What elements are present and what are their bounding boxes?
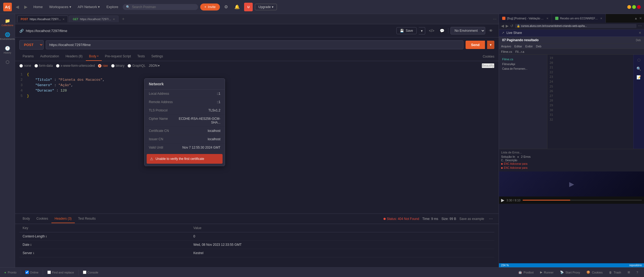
browser-tab-bug-close[interactable]: ✕ bbox=[546, 17, 548, 20]
browser-back-button[interactable]: ◀ bbox=[501, 24, 504, 28]
tab-post-filme[interactable]: POST https://localhost:7297/... ✕ bbox=[17, 16, 68, 22]
find-replace-label[interactable]: Find and replace bbox=[47, 271, 74, 274]
browser-refresh-button[interactable]: ↺ bbox=[510, 24, 513, 28]
option-raw[interactable]: raw bbox=[98, 64, 108, 68]
option-binary[interactable]: binary bbox=[111, 64, 125, 68]
api-network-nav[interactable]: API Network ▾ bbox=[76, 4, 102, 10]
tab-get-close-button[interactable]: ✕ bbox=[113, 18, 115, 21]
notifications-button[interactable]: 🔔 bbox=[232, 3, 242, 10]
tree-filme-cs[interactable]: Filme.cs bbox=[501, 57, 545, 62]
sidebar-item-collections[interactable]: 📁 Collections bbox=[1, 16, 14, 29]
start-proxy-button[interactable]: 📡 Start Proxy bbox=[558, 270, 582, 275]
filmesapi-tab[interactable]: Fil...r.a bbox=[515, 50, 524, 53]
sidebar-item-environments[interactable]: 🌐 Environments bbox=[1, 30, 14, 43]
sidebar-item-history[interactable]: 🕐 History bbox=[1, 44, 14, 56]
search-input[interactable] bbox=[132, 5, 186, 9]
vscode-editor[interactable]: 1920212223242526272829303132 bbox=[547, 55, 633, 149]
resp-tab-body[interactable]: Body bbox=[19, 215, 33, 223]
info-icon-date[interactable]: ℹ bbox=[30, 243, 31, 246]
tab-get[interactable]: GET https://localhost:7297/... ✕ bbox=[69, 16, 118, 22]
option-urlencoded[interactable]: x-www-form-urlencoded bbox=[56, 64, 95, 68]
tab-tests[interactable]: Tests bbox=[134, 52, 148, 61]
tree-filmes-api[interactable]: FilmesApi bbox=[501, 62, 545, 66]
save-button[interactable]: 💾 Save bbox=[396, 27, 416, 34]
tab-authorization[interactable]: Authorization bbox=[37, 52, 62, 61]
find-replace-checkbox[interactable] bbox=[47, 271, 51, 274]
right-sidebar-icon-2[interactable]: 🔍 bbox=[635, 65, 642, 72]
code-editor[interactable]: 1 { 2 "Titulo" : "Planeta dos Macacos", … bbox=[15, 70, 499, 101]
method-select[interactable]: POST bbox=[19, 40, 44, 50]
console-label[interactable]: Console bbox=[83, 271, 98, 274]
browser-tab-error[interactable]: Recebo um erro ECONNREFUSE... ✕ bbox=[552, 14, 606, 23]
tab-headers[interactable]: Headers (8) bbox=[62, 52, 86, 61]
info-icon[interactable]: ℹ bbox=[46, 235, 47, 238]
browser-tab-error-close[interactable]: ✕ bbox=[600, 17, 602, 20]
tree-caixa[interactable]: Caixa de Ferramen... bbox=[501, 66, 545, 71]
option-none[interactable]: none bbox=[19, 64, 31, 68]
cookies-button[interactable]: 🍪 Cookies bbox=[585, 270, 604, 275]
send-button[interactable]: Send bbox=[466, 41, 485, 49]
tab-settings[interactable]: Settings bbox=[148, 52, 166, 61]
upgrade-button[interactable]: Upgrade ▾ bbox=[255, 4, 277, 10]
resp-tab-headers[interactable]: Headers (3) bbox=[51, 215, 75, 223]
right-sidebar-icon-1[interactable]: ⬡ bbox=[636, 57, 642, 63]
filme-cs-tab[interactable]: Filme.cs bbox=[501, 50, 512, 53]
arquivo-menu[interactable]: Arquivo bbox=[501, 45, 511, 48]
json-format-dropdown[interactable]: JSON ▾ bbox=[149, 64, 160, 68]
option-formdata[interactable]: form-data bbox=[34, 64, 53, 68]
exibir-menu[interactable]: Exibir bbox=[525, 45, 533, 48]
online-checkbox[interactable] bbox=[25, 271, 29, 274]
browser-minimize-icon[interactable]: ▲ bbox=[634, 16, 638, 20]
new-tab-button[interactable]: ＋ bbox=[119, 16, 127, 22]
comment-button[interactable]: 💬 bbox=[438, 27, 446, 34]
search-bar[interactable]: 🔍 bbox=[123, 4, 198, 10]
browser-close-icon[interactable]: ✕ bbox=[639, 16, 642, 20]
console-checkbox[interactable] bbox=[83, 271, 86, 274]
url-input[interactable] bbox=[46, 40, 463, 49]
postbot-button[interactable]: 🤖 Postbot bbox=[517, 270, 535, 275]
info-icon-server[interactable]: ℹ bbox=[33, 252, 34, 255]
maximize-button[interactable] bbox=[632, 5, 636, 9]
home-nav[interactable]: Home bbox=[31, 4, 45, 10]
more-tabs-button[interactable]: ⋯ bbox=[493, 17, 497, 21]
beautify-button[interactable]: Beautify bbox=[482, 63, 494, 68]
right-sidebar-icon-3[interactable]: 📝 bbox=[635, 74, 642, 80]
settings-button[interactable]: ⚙ bbox=[222, 3, 230, 10]
live-share-close[interactable]: ✕ bbox=[639, 31, 641, 35]
save-dropdown-button[interactable]: ▾ bbox=[419, 27, 425, 34]
browser-tab-bug[interactable]: [Bug] [Postman] - Validação de... ✕ bbox=[499, 14, 552, 23]
runner-button[interactable]: ▶ Runner bbox=[539, 270, 555, 275]
save-example-button[interactable]: Save as example bbox=[459, 217, 484, 221]
explore-nav[interactable]: Explore bbox=[104, 4, 120, 10]
code-view-button[interactable]: </> bbox=[427, 27, 436, 34]
environment-select[interactable]: No Environment bbox=[451, 27, 485, 34]
invite-button[interactable]: + Invite bbox=[200, 3, 220, 10]
resp-tab-test-results[interactable]: Test Results bbox=[75, 215, 99, 223]
online-checkbox-label[interactable]: Online bbox=[25, 271, 38, 274]
editar-menu[interactable]: Editar bbox=[514, 45, 522, 48]
tab-prerequest[interactable]: Pre-request Script bbox=[102, 52, 134, 61]
environment-settings-button[interactable]: 👁 bbox=[487, 27, 494, 34]
response-more-button[interactable]: ⋯ bbox=[487, 216, 494, 222]
layout-button[interactable]: ⊞ bbox=[626, 270, 632, 275]
video-progress-bar[interactable] bbox=[523, 200, 642, 201]
forward-button[interactable]: ▶ bbox=[23, 4, 29, 10]
video-play-button[interactable]: ▶ bbox=[501, 198, 504, 203]
cookies-link[interactable]: Cookies bbox=[483, 55, 494, 58]
browser-forward-button[interactable]: ▶ bbox=[506, 24, 509, 28]
back-button[interactable]: ◀ bbox=[14, 4, 20, 10]
tab-close-button[interactable]: ✕ bbox=[62, 18, 65, 21]
workspaces-nav[interactable]: Workspaces ▾ bbox=[47, 4, 73, 10]
close-button[interactable] bbox=[637, 5, 641, 9]
tab-body[interactable]: Body • bbox=[86, 52, 102, 61]
send-dropdown-button[interactable]: ▾ bbox=[487, 41, 494, 49]
dep-menu[interactable]: Deb bbox=[536, 45, 541, 48]
browser-menu-button[interactable]: ⋯ bbox=[638, 24, 642, 28]
tab-params[interactable]: Params bbox=[19, 52, 37, 61]
sidebar-item-flows[interactable]: ⬡ bbox=[1, 57, 14, 67]
help-button[interactable]: ? bbox=[635, 270, 640, 275]
option-graphql[interactable]: GraphQL bbox=[128, 64, 145, 68]
resp-tab-cookies[interactable]: Cookies bbox=[33, 215, 51, 223]
trash-button[interactable]: 🗑 Trash bbox=[607, 270, 623, 275]
minimize-button[interactable] bbox=[627, 5, 631, 9]
